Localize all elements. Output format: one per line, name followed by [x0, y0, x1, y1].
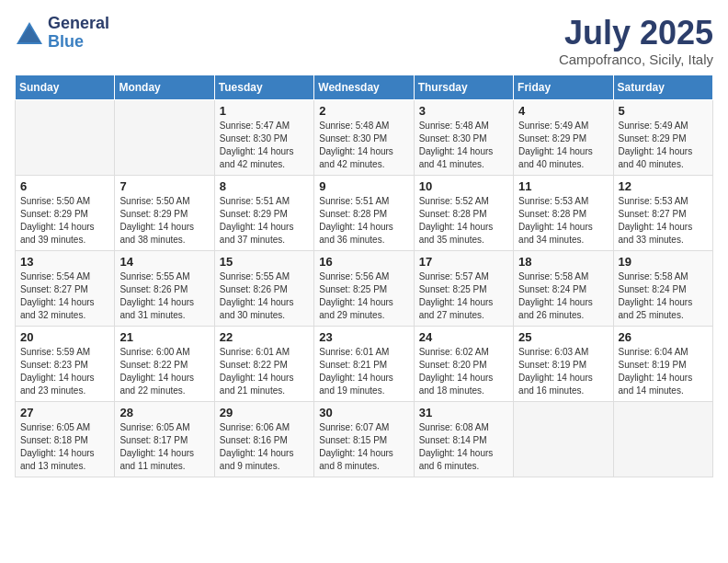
calendar-week-row: 6Sunrise: 5:50 AM Sunset: 8:29 PM Daylig… — [16, 175, 713, 250]
day-number: 23 — [319, 330, 408, 344]
day-number: 29 — [220, 406, 309, 419]
day-number: 9 — [319, 179, 408, 193]
day-number: 17 — [419, 255, 508, 269]
day-info: Sunrise: 5:49 AM Sunset: 8:29 PM Dayligh… — [518, 120, 608, 171]
calendar-cell — [613, 401, 712, 477]
day-number: 2 — [319, 104, 408, 118]
calendar-cell: 20Sunrise: 5:59 AM Sunset: 8:23 PM Dayli… — [16, 326, 115, 401]
day-info: Sunrise: 5:49 AM Sunset: 8:29 PM Dayligh… — [619, 120, 708, 171]
day-number: 16 — [319, 255, 408, 269]
day-number: 19 — [619, 255, 708, 269]
day-number: 28 — [119, 406, 209, 419]
day-info: Sunrise: 5:51 AM Sunset: 8:29 PM Dayligh… — [220, 195, 309, 247]
day-number: 18 — [518, 255, 608, 269]
calendar-table: SundayMondayTuesdayWednesdayThursdayFrid… — [15, 75, 713, 477]
day-number: 12 — [619, 179, 708, 193]
day-info: Sunrise: 5:51 AM Sunset: 8:28 PM Dayligh… — [319, 195, 408, 247]
day-info: Sunrise: 5:48 AM Sunset: 8:30 PM Dayligh… — [319, 120, 408, 171]
day-info: Sunrise: 6:05 AM Sunset: 8:18 PM Dayligh… — [20, 421, 109, 473]
day-of-week-header: Sunday — [16, 75, 115, 99]
day-number: 4 — [518, 104, 608, 118]
day-number: 26 — [619, 330, 708, 344]
day-info: Sunrise: 6:06 AM Sunset: 8:16 PM Dayligh… — [220, 421, 309, 473]
calendar-week-row: 27Sunrise: 6:05 AM Sunset: 8:18 PM Dayli… — [16, 401, 713, 477]
day-number: 24 — [419, 330, 508, 344]
calendar-cell: 2Sunrise: 5:48 AM Sunset: 8:30 PM Daylig… — [314, 99, 414, 175]
calendar-cell: 21Sunrise: 6:00 AM Sunset: 8:22 PM Dayli… — [115, 326, 214, 401]
calendar-cell: 24Sunrise: 6:02 AM Sunset: 8:20 PM Dayli… — [414, 326, 513, 401]
location-text: Campofranco, Sicily, Italy — [559, 52, 713, 67]
day-of-week-header: Saturday — [613, 75, 712, 99]
day-of-week-header: Wednesday — [314, 75, 414, 99]
day-number: 20 — [20, 330, 109, 344]
calendar-cell — [115, 99, 214, 175]
calendar-cell: 3Sunrise: 5:48 AM Sunset: 8:30 PM Daylig… — [414, 99, 513, 175]
calendar-cell: 29Sunrise: 6:06 AM Sunset: 8:16 PM Dayli… — [214, 401, 313, 477]
day-number: 25 — [518, 330, 608, 344]
day-info: Sunrise: 5:58 AM Sunset: 8:24 PM Dayligh… — [619, 270, 708, 322]
calendar-cell: 30Sunrise: 6:07 AM Sunset: 8:15 PM Dayli… — [314, 401, 414, 477]
day-of-week-header: Thursday — [414, 75, 513, 99]
calendar-cell: 27Sunrise: 6:05 AM Sunset: 8:18 PM Dayli… — [16, 401, 115, 477]
month-title: July 2025 — [559, 15, 713, 52]
logo-icon — [15, 20, 44, 46]
calendar-cell: 4Sunrise: 5:49 AM Sunset: 8:29 PM Daylig… — [514, 99, 613, 175]
day-info: Sunrise: 6:03 AM Sunset: 8:19 PM Dayligh… — [518, 346, 608, 397]
day-number: 31 — [419, 406, 508, 419]
calendar-cell: 16Sunrise: 5:56 AM Sunset: 8:25 PM Dayli… — [314, 250, 414, 326]
day-of-week-header: Friday — [514, 75, 613, 99]
day-number: 1 — [220, 104, 309, 118]
calendar-cell: 13Sunrise: 5:54 AM Sunset: 8:27 PM Dayli… — [16, 250, 115, 326]
day-info: Sunrise: 6:01 AM Sunset: 8:21 PM Dayligh… — [319, 346, 408, 397]
day-info: Sunrise: 5:59 AM Sunset: 8:23 PM Dayligh… — [20, 346, 109, 397]
calendar-cell: 11Sunrise: 5:53 AM Sunset: 8:28 PM Dayli… — [514, 175, 613, 250]
calendar-week-row: 20Sunrise: 5:59 AM Sunset: 8:23 PM Dayli… — [16, 326, 713, 401]
calendar-week-row: 1Sunrise: 5:47 AM Sunset: 8:30 PM Daylig… — [16, 99, 713, 175]
day-info: Sunrise: 5:47 AM Sunset: 8:30 PM Dayligh… — [220, 120, 309, 171]
header-row: SundayMondayTuesdayWednesdayThursdayFrid… — [16, 75, 713, 99]
calendar-cell: 26Sunrise: 6:04 AM Sunset: 8:19 PM Dayli… — [613, 326, 712, 401]
day-info: Sunrise: 5:56 AM Sunset: 8:25 PM Dayligh… — [319, 270, 408, 322]
day-info: Sunrise: 5:55 AM Sunset: 8:26 PM Dayligh… — [119, 270, 209, 322]
calendar-cell: 10Sunrise: 5:52 AM Sunset: 8:28 PM Dayli… — [414, 175, 513, 250]
day-info: Sunrise: 6:05 AM Sunset: 8:17 PM Dayligh… — [119, 421, 209, 473]
calendar-cell: 18Sunrise: 5:58 AM Sunset: 8:24 PM Dayli… — [514, 250, 613, 326]
svg-marker-1 — [18, 26, 40, 42]
day-number: 8 — [220, 179, 309, 193]
logo-blue-text: Blue — [48, 32, 84, 51]
day-info: Sunrise: 5:55 AM Sunset: 8:26 PM Dayligh… — [220, 270, 309, 322]
logo-general-text: General — [48, 14, 109, 32]
calendar-cell: 6Sunrise: 5:50 AM Sunset: 8:29 PM Daylig… — [16, 175, 115, 250]
day-info: Sunrise: 6:02 AM Sunset: 8:20 PM Dayligh… — [419, 346, 508, 397]
day-info: Sunrise: 5:52 AM Sunset: 8:28 PM Dayligh… — [419, 195, 508, 247]
day-number: 21 — [119, 330, 209, 344]
day-info: Sunrise: 5:50 AM Sunset: 8:29 PM Dayligh… — [20, 195, 109, 247]
calendar-cell: 31Sunrise: 6:08 AM Sunset: 8:14 PM Dayli… — [414, 401, 513, 477]
calendar-week-row: 13Sunrise: 5:54 AM Sunset: 8:27 PM Dayli… — [16, 250, 713, 326]
calendar-cell: 22Sunrise: 6:01 AM Sunset: 8:22 PM Dayli… — [214, 326, 313, 401]
day-number: 5 — [619, 104, 708, 118]
day-number: 22 — [220, 330, 309, 344]
day-info: Sunrise: 6:08 AM Sunset: 8:14 PM Dayligh… — [419, 421, 508, 473]
day-number: 30 — [319, 406, 408, 419]
calendar-cell: 25Sunrise: 6:03 AM Sunset: 8:19 PM Dayli… — [514, 326, 613, 401]
calendar-cell: 1Sunrise: 5:47 AM Sunset: 8:30 PM Daylig… — [214, 99, 313, 175]
day-info: Sunrise: 5:53 AM Sunset: 8:27 PM Dayligh… — [619, 195, 708, 247]
day-info: Sunrise: 6:07 AM Sunset: 8:15 PM Dayligh… — [319, 421, 408, 473]
day-number: 11 — [518, 179, 608, 193]
day-of-week-header: Tuesday — [214, 75, 313, 99]
day-of-week-header: Monday — [115, 75, 214, 99]
calendar-cell: 12Sunrise: 5:53 AM Sunset: 8:27 PM Dayli… — [613, 175, 712, 250]
day-info: Sunrise: 5:57 AM Sunset: 8:25 PM Dayligh… — [419, 270, 508, 322]
calendar-cell: 15Sunrise: 5:55 AM Sunset: 8:26 PM Dayli… — [214, 250, 313, 326]
calendar-cell — [16, 99, 115, 175]
day-info: Sunrise: 5:48 AM Sunset: 8:30 PM Dayligh… — [419, 120, 508, 171]
calendar-body: 1Sunrise: 5:47 AM Sunset: 8:30 PM Daylig… — [16, 99, 713, 477]
day-info: Sunrise: 5:50 AM Sunset: 8:29 PM Dayligh… — [119, 195, 209, 247]
page-header: General Blue July 2025 Campofranco, Sici… — [15, 15, 713, 67]
calendar-cell: 8Sunrise: 5:51 AM Sunset: 8:29 PM Daylig… — [214, 175, 313, 250]
day-number: 7 — [119, 179, 209, 193]
day-number: 27 — [20, 406, 109, 419]
calendar-cell: 19Sunrise: 5:58 AM Sunset: 8:24 PM Dayli… — [613, 250, 712, 326]
day-number: 14 — [119, 255, 209, 269]
